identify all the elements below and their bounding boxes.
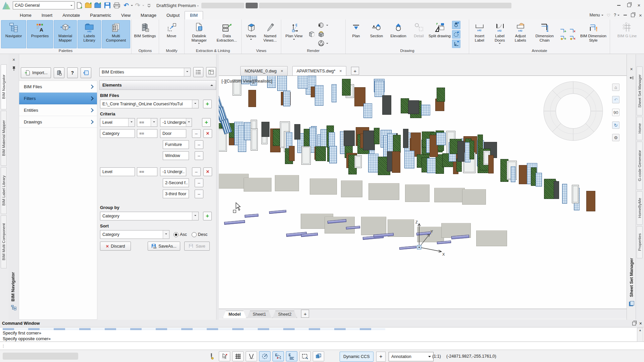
remove-value-button[interactable]: − — [195, 151, 203, 160]
material-mapper-button[interactable]: Material Mapper — [54, 20, 77, 48]
delete-criteria-button[interactable]: × — [203, 129, 212, 138]
import-button[interactable]: Import... — [21, 67, 51, 78]
bim-file-path-combo[interactable]: E:\_Core Training\_OnLine Courses\YouTul — [100, 100, 199, 108]
section-button[interactable]: Section — [366, 20, 387, 48]
polar-guide-toggle[interactable] — [259, 351, 270, 361]
dock-tab-bim-navigator[interactable]: BIM Navigator — [1, 64, 7, 109]
add-dimension-point-button[interactable]: + — [560, 28, 567, 34]
ssm-close-icon[interactable]: × — [628, 66, 635, 72]
criteria2-field[interactable]: Category — [100, 129, 135, 138]
command-input[interactable]: : — [0, 342, 644, 350]
dock-tab-bim-multi-component[interactable]: BIM Multi Component — [1, 215, 7, 268]
elevation-button[interactable]: Elevation — [388, 20, 409, 48]
criteria1-operator-combo[interactable]: == — [137, 118, 157, 127]
views-button[interactable]: Views — [243, 20, 260, 48]
move-button[interactable]: Move — [160, 20, 183, 48]
dock-tab-home[interactable]: Home — [637, 117, 643, 140]
hide-box-button[interactable] — [307, 30, 316, 39]
view-refresh-icon[interactable]: ↻ — [612, 121, 620, 129]
tab-manage[interactable]: Manage — [136, 11, 161, 19]
new-drawing-tab-button[interactable]: + — [351, 67, 359, 75]
tab-home[interactable]: Home — [15, 11, 37, 19]
navigator-button[interactable]: Navigator — [1, 20, 26, 48]
elements-section-header[interactable]: Elements — [99, 80, 216, 90]
close-tab-icon[interactable]: × — [281, 69, 283, 73]
tab-output[interactable]: Output — [161, 11, 185, 19]
navigation-wheel[interactable] — [542, 80, 604, 142]
viewport[interactable]: [-][Custom View][Realistic] ⌂ ↶ 90 ↻ ⚙ Z… — [219, 76, 627, 309]
criteria3-value3[interactable]: 3-third floor — [163, 190, 189, 198]
ortho-toggle[interactable] — [246, 351, 257, 361]
nav-item-filters[interactable]: Filters — [19, 93, 97, 104]
sort-combo[interactable]: Category — [100, 230, 169, 239]
new-sheet-button[interactable]: + — [301, 310, 309, 318]
view-undo-icon[interactable]: ↶ — [612, 96, 620, 103]
save-as-button[interactable]: SaveAs... — [148, 242, 180, 251]
pointer-probe-icon[interactable] — [209, 353, 214, 360]
tab-bim[interactable]: BIM — [185, 11, 203, 19]
constrained-orbit-button[interactable] — [317, 21, 325, 30]
criteria1-field-combo[interactable]: Level — [100, 118, 135, 127]
dock-tab-properties[interactable]: Properties — [637, 226, 643, 258]
plan-view-button[interactable]: Plan View — [282, 20, 306, 48]
drawing-tab-noname[interactable]: NONAME_0.dwg × — [240, 66, 288, 75]
layout-view-button[interactable] — [206, 67, 216, 77]
dynamic-ccs-button[interactable]: Dynamic CCS — [340, 352, 374, 362]
tab-parametric[interactable]: Parametric — [85, 11, 116, 19]
remove-value-button[interactable]: − — [195, 190, 203, 198]
save-button[interactable] — [103, 1, 112, 10]
dock-tab-homebyme[interactable]: HomeByMe — [637, 191, 643, 225]
command-restore-icon[interactable] — [632, 322, 636, 325]
show-ccs-button[interactable] — [452, 40, 460, 48]
criteria3-field[interactable]: Level — [100, 167, 135, 176]
remove-smart-dimension-button[interactable]: × — [569, 35, 577, 41]
criteria2-value[interactable]: Door — [160, 129, 186, 138]
command-close-icon[interactable]: × — [639, 321, 642, 326]
esnap-toggle[interactable]: E — [273, 351, 284, 361]
dock-tab-bim-label-library[interactable]: BIM Label Library — [1, 167, 7, 214]
label-doors-button[interactable]: x42 Label Doors — [490, 20, 510, 48]
restore-button[interactable] — [624, 0, 634, 10]
minimize-button[interactable] — [614, 0, 624, 10]
group-by-combo[interactable]: Category — [100, 212, 199, 220]
datalink-manager-button[interactable]: Datalink Manager — [186, 20, 213, 48]
toggle-panel-button[interactable] — [81, 67, 91, 78]
etrack-toggle[interactable]: E — [286, 351, 297, 361]
remove-value-button[interactable]: − — [195, 178, 203, 187]
criteria3-operator[interactable]: == — [137, 167, 157, 176]
command-history[interactable]: Specify first corner» Specify opposite c… — [0, 327, 644, 342]
remove-value-button[interactable]: − — [195, 140, 203, 149]
home-view-icon[interactable]: ⌂ — [612, 84, 620, 91]
add-smart-dimension-button[interactable]: + — [560, 35, 567, 41]
nav-item-entities[interactable]: Entities — [19, 104, 97, 116]
favorites-heart-icon[interactable]: ♡ — [605, 13, 612, 18]
tab-insert[interactable]: Insert — [37, 11, 58, 19]
tab-view[interactable]: View — [116, 11, 136, 19]
model-tab[interactable]: Model — [223, 311, 246, 318]
customize-toolbar-icon[interactable] — [144, 1, 154, 10]
labels-library-button[interactable]: x42 Labels Library — [78, 20, 101, 48]
properties-button[interactable]: A Properties — [27, 20, 53, 48]
sort-desc-radio[interactable] — [192, 232, 197, 237]
rotation-angle-box[interactable]: 90 — [612, 109, 620, 116]
bim-dimension-style-button[interactable]: ! BIM Dimension Style — [578, 20, 609, 48]
render-style-button[interactable] — [317, 39, 325, 48]
sheet2-tab[interactable]: Sheet2 — [273, 311, 297, 318]
list-view-button[interactable] — [193, 67, 203, 77]
command-scrollbar[interactable]: ▲ — [637, 328, 643, 342]
entity-type-combo[interactable]: BIM Entities — [99, 68, 191, 76]
adjust-labels-button[interactable]: x42 Adjust Labels — [511, 20, 530, 48]
grid-toggle[interactable] — [232, 351, 244, 361]
print-button[interactable] — [112, 1, 121, 10]
new-file-button[interactable]: + — [75, 1, 84, 10]
show-detail-views-button[interactable] — [452, 30, 460, 39]
criteria2-value2[interactable]: Furniture — [163, 140, 189, 149]
doc-restore-button[interactable] — [629, 11, 636, 19]
plan-button[interactable]: Plan — [347, 20, 365, 48]
chevron-down-icon[interactable] — [326, 25, 328, 27]
drawing-tab-apartments[interactable]: APARTMENTS.dwg* × — [292, 66, 346, 75]
dock-tab-sheet-set-manager[interactable]: Sheet Set Manager — [637, 66, 643, 115]
bim-settings-small-button[interactable] — [54, 67, 64, 78]
sheet1-tab[interactable]: Sheet1 — [247, 311, 272, 318]
entity-snap-toggle[interactable] — [219, 351, 230, 361]
